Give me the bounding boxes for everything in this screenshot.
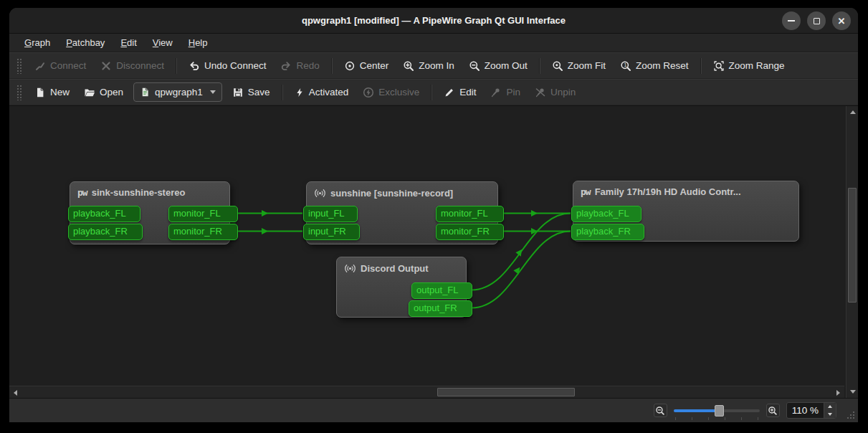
port-input_FR[interactable]: input_FR (303, 224, 360, 240)
graph-canvas[interactable]: pw sink-sunshine-stereo playback_FL play… (9, 105, 858, 399)
pin-icon (490, 87, 502, 98)
statusbar-zoom-out-button[interactable] (654, 404, 667, 417)
node-title: sunshine [sunshine-record] (330, 188, 453, 199)
zoom-out-button[interactable]: Zoom Out (462, 56, 535, 75)
menu-help[interactable]: Help (182, 35, 214, 50)
port-monitor_FL[interactable]: monitor_FL (436, 206, 504, 222)
patchbay-name: qpwgraph1 (155, 87, 203, 97)
toolbar-separator (176, 58, 177, 74)
arrow-down-icon (828, 413, 832, 416)
vertical-scroll-handle[interactable] (848, 188, 857, 303)
undo-icon (189, 60, 200, 72)
maximize-button[interactable] (807, 11, 826, 30)
port-monitor_FR[interactable]: monitor_FR (168, 224, 238, 240)
node-family-hd-audio[interactable]: pw Family 17h/19h HD Audio Contr... play… (573, 181, 799, 242)
port-output_FR[interactable]: output_FR (409, 300, 472, 317)
redo-button[interactable]: Redo (273, 56, 326, 75)
arrow-right-icon (836, 390, 840, 396)
scroll-left-button[interactable] (10, 387, 21, 398)
titlebar[interactable]: qpwgraph1 [modified] — A PipeWire Graph … (9, 8, 858, 34)
zoom-range-icon (713, 60, 725, 72)
toolbar-separator (539, 58, 540, 74)
menu-view[interactable]: View (146, 35, 179, 50)
node-title: Family 17h/19h HD Audio Contr... (595, 186, 741, 197)
node-title: sink-sunshine-stereo (92, 187, 186, 198)
patchbay-file-icon (140, 87, 151, 97)
arrow-left-icon (14, 390, 17, 396)
chevron-down-icon (210, 90, 216, 94)
port-playback_FL[interactable]: playback_FL (68, 206, 140, 222)
zoom-fit-button[interactable]: Zoom Fit (545, 56, 613, 75)
scroll-down-button[interactable] (847, 386, 858, 397)
zoom-spin-up-button[interactable] (824, 403, 836, 411)
zoom-reset-button[interactable]: 1 Zoom Reset (613, 56, 696, 75)
zoom-in-icon (768, 406, 778, 416)
zoom-slider-handle[interactable] (715, 405, 724, 417)
center-icon (344, 60, 356, 72)
disconnect-icon (100, 60, 112, 72)
zoom-spin-down-button[interactable] (824, 411, 836, 419)
port-output_FL[interactable]: output_FL (411, 282, 472, 299)
scroll-right-button[interactable] (833, 387, 844, 398)
scroll-up-button[interactable] (847, 107, 858, 118)
statusbar: 110 % (9, 399, 858, 422)
minimize-icon (788, 20, 795, 22)
redo-icon (280, 60, 292, 72)
resize-grip[interactable] (846, 411, 856, 420)
menu-graph[interactable]: Graph (18, 35, 57, 50)
zoom-slider[interactable] (674, 404, 760, 418)
statusbar-zoom-in-button[interactable] (766, 404, 780, 417)
node-discord-output[interactable]: Discord Output output_FL output_FR (336, 257, 467, 318)
close-button[interactable]: ✕ (832, 11, 851, 30)
undo-connect-button[interactable]: Undo Connect (181, 56, 273, 75)
zoom-range-button[interactable]: Zoom Range (706, 56, 792, 75)
window-title: qpwgraph1 [modified] — A PipeWire Graph … (9, 15, 858, 26)
node-sunshine[interactable]: sunshine [sunshine-record] input_FL inpu… (306, 181, 498, 244)
new-button[interactable]: New (27, 82, 77, 102)
horizontal-scrollbar[interactable] (9, 386, 844, 398)
svg-text:1: 1 (624, 62, 626, 67)
port-input_FL[interactable]: input_FL (303, 206, 358, 222)
zoom-in-button[interactable]: Zoom In (396, 56, 462, 75)
node-sink-sunshine-stereo[interactable]: pw sink-sunshine-stereo playback_FL play… (70, 181, 230, 244)
edit-button[interactable]: Edit (437, 82, 483, 102)
pin-button[interactable]: Pin (483, 82, 528, 102)
disconnect-button[interactable]: Disconnect (93, 56, 171, 75)
vertical-scrollbar[interactable] (846, 106, 858, 398)
zoom-in-icon (403, 60, 414, 72)
pipewire-icon: pw (581, 186, 591, 197)
activated-bolt-icon (295, 87, 305, 98)
port-playback_FL[interactable]: playback_FL (571, 206, 642, 222)
open-button[interactable]: Open (77, 82, 130, 102)
minimize-button[interactable] (782, 11, 801, 30)
app-window: qpwgraph1 [modified] — A PipeWire Graph … (9, 8, 858, 422)
horizontal-scroll-handle[interactable] (437, 388, 575, 396)
unpin-icon (535, 87, 546, 98)
stream-icon (314, 187, 326, 199)
unpin-button[interactable]: Unpin (528, 82, 583, 102)
zoom-reset-icon: 1 (620, 60, 631, 72)
activated-button[interactable]: Activated (287, 82, 356, 102)
exclusive-button[interactable]: Exclusive (356, 82, 426, 102)
center-button[interactable]: Center (337, 56, 396, 75)
arrow-up-icon (850, 110, 856, 114)
toolbar-file: New Open qpwgraph1 Save Activated Exclus… (9, 79, 858, 105)
zoom-spinbox[interactable]: 110 % (786, 402, 836, 419)
port-playback_FR[interactable]: playback_FR (571, 224, 644, 240)
zoom-value[interactable]: 110 % (787, 405, 824, 416)
port-playback_FR[interactable]: playback_FR (68, 224, 143, 240)
patchbay-select[interactable]: qpwgraph1 (133, 82, 222, 102)
menu-edit[interactable]: Edit (114, 35, 143, 50)
toolbar-drag-handle[interactable] (16, 85, 22, 100)
window-controls: ✕ (782, 11, 851, 30)
port-monitor_FL[interactable]: monitor_FL (168, 206, 238, 222)
toolbar-drag-handle[interactable] (16, 58, 22, 74)
toolbar-separator (700, 58, 702, 74)
arrow-down-icon (850, 390, 856, 394)
save-button[interactable]: Save (225, 82, 277, 102)
maximize-icon (814, 18, 820, 24)
port-monitor_FR[interactable]: monitor_FR (436, 224, 504, 240)
zoom-slider-ticks (675, 417, 758, 420)
connect-button[interactable]: Connect (27, 56, 93, 75)
menu-patchbay[interactable]: Patchbay (59, 35, 111, 50)
